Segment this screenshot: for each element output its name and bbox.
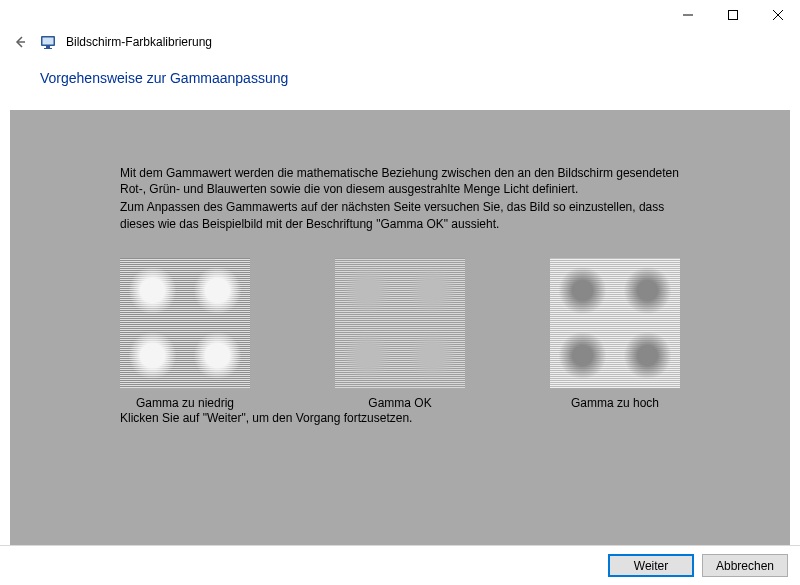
gamma-examples: Gamma zu niedrig Gamma OK Gamma zu hoch [120, 258, 680, 410]
app-title: Bildschirm-Farbkalibrierung [66, 35, 212, 49]
next-button[interactable]: Weiter [608, 554, 694, 577]
svg-rect-1 [728, 11, 737, 20]
gamma-low-image [120, 258, 250, 388]
gamma-low-label: Gamma zu niedrig [136, 396, 234, 410]
gamma-ok-image [335, 258, 465, 388]
display-calibration-icon [40, 34, 56, 50]
gamma-example-high: Gamma zu hoch [550, 258, 680, 410]
description-paragraph-2: Zum Anpassen des Gammawerts auf der näch… [120, 199, 680, 231]
gamma-example-ok: Gamma OK [335, 258, 465, 410]
gamma-high-label: Gamma zu hoch [571, 396, 659, 410]
content-area: Mit dem Gammawert werden die mathematisc… [10, 110, 790, 545]
close-button[interactable] [755, 0, 800, 30]
continue-hint: Klicken Sie auf "Weiter", um den Vorgang… [120, 410, 680, 426]
svg-rect-8 [44, 48, 52, 49]
cancel-button[interactable]: Abbrechen [702, 554, 788, 577]
wizard-footer: Weiter Abbrechen [0, 545, 800, 585]
window-titlebar [0, 0, 800, 30]
gamma-high-image [550, 258, 680, 388]
back-button[interactable] [10, 32, 30, 52]
maximize-button[interactable] [710, 0, 755, 30]
svg-rect-7 [46, 46, 50, 48]
page-heading: Vorgehensweise zur Gammaanpassung [0, 60, 800, 104]
gamma-example-low: Gamma zu niedrig [120, 258, 250, 410]
svg-rect-6 [43, 38, 54, 45]
minimize-button[interactable] [665, 0, 710, 30]
wizard-header: Bildschirm-Farbkalibrierung [0, 30, 800, 60]
gamma-ok-label: Gamma OK [368, 396, 431, 410]
description-paragraph-1: Mit dem Gammawert werden die mathematisc… [120, 165, 680, 197]
